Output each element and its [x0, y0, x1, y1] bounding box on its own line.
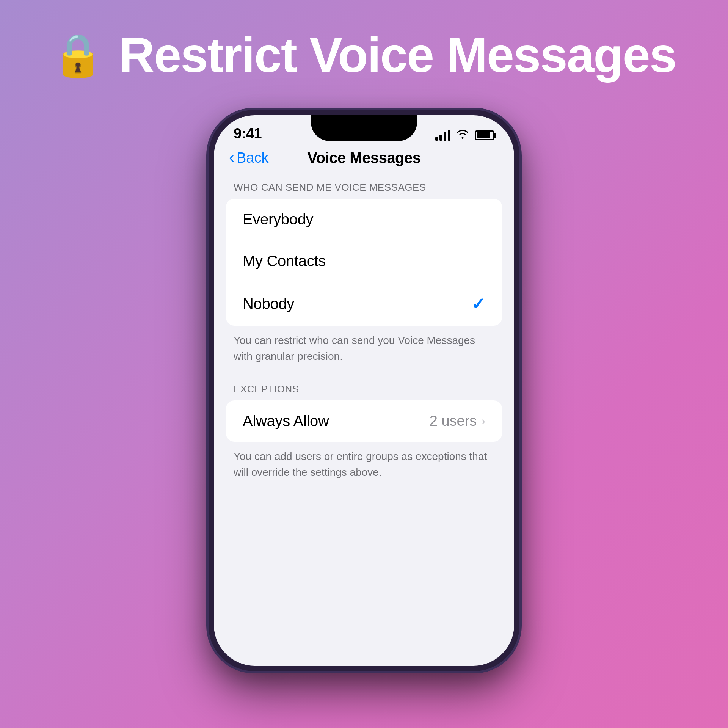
back-label: Back [237, 150, 268, 166]
exceptions-section: EXCEPTIONS Always Allow 2 users › You ca… [214, 383, 514, 496]
who-can-footer: You can restrict who can send you Voice … [214, 326, 514, 380]
my-contacts-row[interactable]: My Contacts [226, 240, 502, 282]
signal-bar-1 [435, 137, 438, 141]
always-allow-row[interactable]: Always Allow 2 users › [226, 400, 502, 442]
nobody-label: Nobody [243, 295, 294, 312]
users-count: 2 users [430, 413, 477, 429]
battery-fill [477, 132, 490, 138]
signal-bars-icon [435, 130, 450, 141]
back-button[interactable]: ‹ Back [229, 150, 268, 166]
signal-bar-3 [444, 132, 446, 141]
content-area: WHO CAN SEND ME VOICE MESSAGES Everybody… [214, 174, 514, 496]
who-can-section: WHO CAN SEND ME VOICE MESSAGES Everybody… [214, 182, 514, 380]
nav-title: Voice Messages [307, 149, 420, 166]
exceptions-group: Always Allow 2 users › [226, 400, 502, 442]
phone-mockup: 9:41 [209, 110, 519, 671]
always-allow-label: Always Allow [243, 413, 329, 430]
selected-checkmark-icon: ✓ [471, 294, 485, 314]
wifi-icon [456, 129, 469, 142]
status-time: 9:41 [234, 126, 262, 142]
my-contacts-label: My Contacts [243, 253, 326, 270]
lock-icon: 🔒 [52, 34, 104, 76]
signal-bar-4 [448, 130, 450, 141]
nobody-row[interactable]: Nobody ✓ [226, 282, 502, 326]
everybody-row[interactable]: Everybody [226, 199, 502, 240]
back-chevron-icon: ‹ [229, 149, 234, 165]
phone-notch [311, 115, 417, 141]
nav-bar: ‹ Back Voice Messages [214, 146, 514, 174]
exceptions-footer: You can add users or entire groups as ex… [214, 442, 514, 496]
who-can-options-group: Everybody My Contacts Nobody ✓ [226, 199, 502, 326]
status-icons [435, 129, 494, 142]
page-title: Restrict Voice Messages [119, 30, 676, 80]
always-allow-right: 2 users › [430, 413, 485, 429]
exceptions-section-label: EXCEPTIONS [214, 383, 514, 400]
chevron-right-icon: › [481, 414, 485, 428]
phone-screen: 9:41 [214, 115, 514, 666]
battery-icon [475, 130, 494, 140]
who-can-section-label: WHO CAN SEND ME VOICE MESSAGES [214, 182, 514, 199]
page-header: 🔒 Restrict Voice Messages [52, 30, 676, 80]
signal-bar-2 [439, 135, 442, 141]
everybody-label: Everybody [243, 211, 313, 228]
